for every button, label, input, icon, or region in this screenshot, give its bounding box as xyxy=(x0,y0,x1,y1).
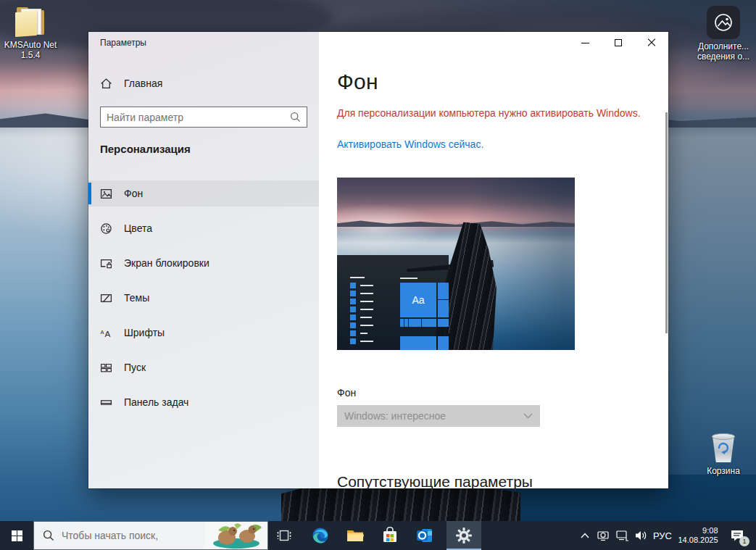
home-icon xyxy=(100,78,112,90)
sidebar-item-label: Панель задач xyxy=(124,396,188,408)
close-icon xyxy=(647,38,656,47)
settings-search-box[interactable] xyxy=(100,107,307,128)
chevron-up-icon xyxy=(581,533,589,538)
preview-aa-tile: Aa xyxy=(400,283,436,317)
scrollbar-thumb[interactable] xyxy=(665,112,668,333)
image-icon xyxy=(100,188,112,200)
recycle-bin-icon xyxy=(707,432,739,464)
photo-icon xyxy=(707,6,740,39)
related-settings-heading: Сопутствующие параметры xyxy=(337,473,533,488)
background-dropdown-value: Windows: интересное xyxy=(344,410,446,422)
kmsauto-label-line1: KMSAuto Net xyxy=(0,40,61,50)
volume-icon xyxy=(634,530,648,541)
desktop-icon-recycle-bin[interactable]: Корзина xyxy=(693,432,754,476)
clock[interactable]: 9:08 14.08.2025 xyxy=(675,521,723,550)
sidebar-item-lock-screen[interactable]: Экран блокировки xyxy=(88,250,319,276)
start-button[interactable] xyxy=(0,521,33,550)
search-highlight-image[interactable] xyxy=(205,522,267,549)
sidebar-item-label: Фон xyxy=(124,188,143,199)
start-grid-icon xyxy=(100,362,112,374)
maximize-icon xyxy=(615,39,622,46)
settings-main: Фон Для персонализации компьютера нужно … xyxy=(319,32,668,488)
sidebar-item-taskbar[interactable]: Панель задач xyxy=(88,389,319,415)
window-controls xyxy=(568,32,668,54)
notification-badge: 1 xyxy=(739,536,749,546)
taskbar-icon xyxy=(100,396,112,409)
taskbar-search-input[interactable] xyxy=(62,530,205,541)
clock-date: 14.08.2025 xyxy=(678,536,718,545)
task-view-icon xyxy=(277,529,291,542)
palette-icon xyxy=(100,222,112,235)
sidebar-item-label: Шрифты xyxy=(124,327,165,338)
sidebar-item-label: Пуск xyxy=(124,362,146,373)
sidebar-item-fonts[interactable]: A A Шрифты xyxy=(88,320,319,346)
svg-text:A: A xyxy=(101,328,104,335)
background-dropdown-label: Фон xyxy=(337,387,356,399)
settings-search-input[interactable] xyxy=(101,112,290,123)
themes-icon xyxy=(100,292,112,304)
settings-sidebar: Параметры Главная Персонализация xyxy=(88,32,319,488)
system-tray: РУС 9:08 14.08.2025 1 xyxy=(576,521,752,550)
desktop: KMSAuto Net 1.5.4 Дополните... сведения … xyxy=(0,0,756,550)
info-label-line1: Дополните... xyxy=(693,41,754,51)
settings-window: Параметры Главная Персонализация xyxy=(88,32,668,488)
search-icon xyxy=(43,530,54,541)
kmsauto-label-line2: 1.5.4 xyxy=(0,50,61,60)
taskbar-app-settings[interactable] xyxy=(446,521,481,550)
language-indicator[interactable]: РУС xyxy=(650,521,675,550)
preview-mountains xyxy=(337,218,575,227)
desktop-icon-info[interactable]: Дополните... сведения о... xyxy=(693,6,754,62)
outlook-icon xyxy=(416,527,433,544)
windows-logo-icon xyxy=(12,530,22,541)
sidebar-item-label: Цвета xyxy=(124,222,152,234)
hidden-icons-button[interactable] xyxy=(576,521,594,550)
preview-start-menu: Aa xyxy=(337,255,449,350)
maximize-button[interactable] xyxy=(602,32,635,54)
sidebar-item-start[interactable]: Пуск xyxy=(88,354,319,380)
minimize-button[interactable] xyxy=(568,32,602,54)
taskbar-app-edge[interactable] xyxy=(303,521,338,550)
edge-icon xyxy=(312,527,329,544)
sidebar-item-label: Темы xyxy=(124,292,149,304)
tray-display-refresh[interactable] xyxy=(594,521,612,550)
info-label-line2: сведения о... xyxy=(693,51,754,62)
clock-time: 9:08 xyxy=(678,526,718,536)
desktop-icon-kmsauto[interactable]: KMSAuto Net 1.5.4 xyxy=(0,9,61,60)
activation-warning: Для персонализации компьютера нужно акти… xyxy=(337,107,641,119)
lock-screen-icon xyxy=(100,257,112,270)
taskbar: РУС 9:08 14.08.2025 1 xyxy=(0,521,756,550)
taskbar-app-explorer[interactable] xyxy=(338,521,373,550)
sidebar-item-label: Экран блокировки xyxy=(124,257,209,269)
folder-icon xyxy=(14,9,47,38)
sidebar-item-background[interactable]: Фон xyxy=(88,180,319,207)
home-label: Главная xyxy=(124,78,162,89)
fonts-icon: A A xyxy=(100,327,112,339)
taskbar-app-outlook[interactable] xyxy=(407,521,442,550)
sidebar-item-colors[interactable]: Цвета xyxy=(88,215,319,241)
sidebar-item-home[interactable]: Главная xyxy=(100,72,307,94)
background-preview: Aa xyxy=(337,178,575,350)
taskbar-app-store[interactable] xyxy=(373,521,407,550)
close-button[interactable] xyxy=(635,32,668,54)
activate-windows-link[interactable]: Активировать Windows сейчас. xyxy=(337,138,483,150)
tray-volume[interactable] xyxy=(631,521,650,550)
sidebar-item-themes[interactable]: Темы xyxy=(88,285,319,311)
background-dropdown[interactable]: Windows: интересное xyxy=(337,405,540,427)
folder-icon xyxy=(346,528,364,543)
display-refresh-icon xyxy=(597,529,610,542)
tray-network[interactable] xyxy=(612,521,631,550)
window-title: Параметры xyxy=(100,38,146,48)
task-view-button[interactable] xyxy=(268,521,300,550)
search-icon[interactable] xyxy=(290,112,301,122)
network-icon xyxy=(615,530,629,542)
gear-icon xyxy=(455,527,473,544)
recycle-bin-label: Корзина xyxy=(693,466,754,476)
page-title: Фон xyxy=(337,70,378,94)
chevron-down-icon xyxy=(523,413,533,419)
action-center-button[interactable]: 1 xyxy=(723,521,752,550)
store-icon xyxy=(382,527,398,544)
taskbar-search-box[interactable] xyxy=(33,521,268,550)
sidebar-nav: Фон Цвета xyxy=(88,180,319,415)
sidebar-section-title: Персонализация xyxy=(100,143,191,155)
svg-text:A: A xyxy=(104,328,110,338)
